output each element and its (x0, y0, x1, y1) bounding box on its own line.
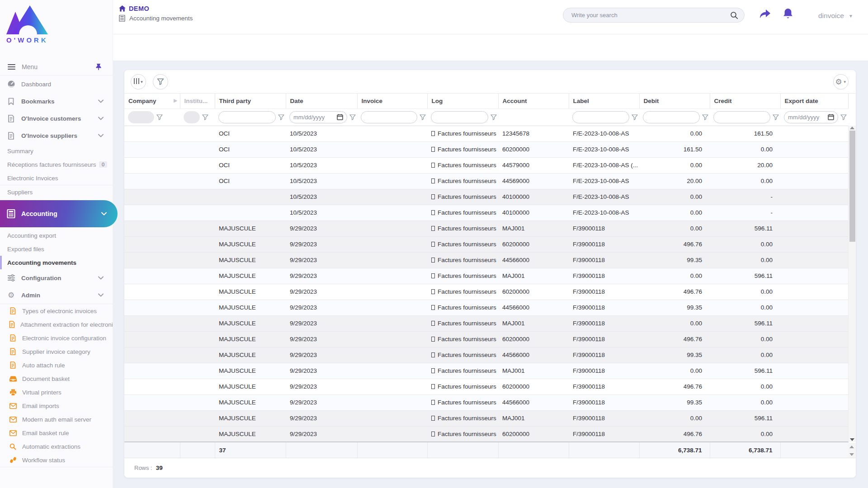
scroll-up-icon[interactable] (849, 446, 854, 448)
table-row[interactable]: MAJUSCULE9/29/2023Factures fournisseursM… (124, 363, 848, 379)
column-header-label[interactable]: Label (569, 94, 639, 108)
column-header-credit[interactable]: Credit (710, 94, 780, 108)
column-header-export_date[interactable]: Export date (780, 94, 848, 108)
calendar-icon[interactable] (828, 114, 834, 120)
filter-input-debit[interactable] (647, 114, 696, 121)
column-header-account[interactable]: Account (498, 94, 569, 108)
sidebar-item-automatic-extractions[interactable]: Automatic extractions (0, 440, 113, 453)
table-row[interactable]: MAJUSCULE9/29/2023Factures fournisseursM… (124, 268, 848, 284)
sidebar-item-workflow-status[interactable]: Workflow status (0, 453, 113, 467)
funnel-icon[interactable] (156, 114, 163, 120)
scroll-up-icon[interactable] (850, 127, 854, 129)
scroll-down-icon[interactable] (850, 438, 854, 441)
sidebar-item-supplier-invoice-category[interactable]: Supplier invoice category (0, 345, 113, 358)
calendar-icon[interactable] (337, 114, 343, 120)
sidebar-item-modern-auth-email-server[interactable]: Modern auth email server (0, 413, 113, 426)
scroll-down-icon[interactable] (849, 453, 854, 456)
pin-icon[interactable] (95, 63, 102, 70)
search-bar[interactable] (563, 8, 745, 23)
filter-input-invoice[interactable] (365, 114, 413, 121)
column-header-company[interactable]: Company▶ (124, 94, 180, 108)
table-row[interactable]: OCI10/5/2023Factures fournisseurs6020000… (124, 141, 848, 157)
column-header-third_party[interactable]: Third party (215, 94, 286, 108)
column-header-institution[interactable]: Institu... (180, 94, 215, 108)
table-row[interactable]: MAJUSCULE9/29/2023Factures fournisseurs6… (124, 236, 848, 252)
column-header-log[interactable]: Log (427, 94, 498, 108)
band-expand-icon[interactable]: ▶ (174, 98, 177, 103)
grid-settings-button[interactable]: ⚙ ▼ (833, 74, 849, 89)
share-icon[interactable] (759, 9, 771, 20)
sidebar-item-electronic-invoice-configuration[interactable]: Electronic invoice configuration (0, 331, 113, 345)
filter-date-export_date[interactable]: mm/dd/yyyy (784, 111, 838, 123)
table-row[interactable]: OCI10/5/2023Factures fournisseurs1234567… (124, 126, 848, 141)
table-row[interactable]: MAJUSCULE9/29/2023Factures fournisseursM… (124, 315, 848, 331)
sidebar-item-attachment-extraction[interactable]: Attachment extraction for electroni (0, 318, 113, 331)
column-header-debit[interactable]: Debit (639, 94, 710, 108)
table-row[interactable]: MAJUSCULE9/29/2023Factures fournisseurs6… (124, 379, 848, 394)
funnel-icon[interactable] (632, 114, 638, 120)
column-chooser-button[interactable]: ▼ (131, 74, 146, 89)
table-row[interactable]: OCI10/5/2023Factures fournisseurs4456900… (124, 173, 848, 189)
table-row[interactable]: MAJUSCULE9/29/2023Factures fournisseurs4… (124, 300, 848, 315)
hamburger-icon[interactable] (8, 63, 15, 71)
sidebar-item-exported-files[interactable]: Exported files (0, 242, 113, 256)
menu-toggle[interactable]: Menu (0, 59, 113, 75)
filter-input-third_party[interactable] (222, 114, 272, 121)
sidebar-item-suppliers[interactable]: Suppliers (0, 185, 113, 199)
scrollbar-thumb[interactable] (849, 131, 855, 242)
funnel-icon[interactable] (278, 114, 284, 120)
sidebar-item-document-basket[interactable]: Document basket (0, 372, 113, 385)
sidebar-item-dashboard[interactable]: Dashboard (0, 75, 113, 93)
sidebar-item-accounting-movements[interactable]: Accounting movements (0, 256, 113, 269)
column-header-invoice[interactable]: Invoice (357, 94, 427, 108)
column-header-date[interactable]: Date (286, 94, 357, 108)
table-row[interactable]: MAJUSCULE9/29/2023Factures fournisseurs6… (124, 426, 848, 442)
total-row-scrollbar[interactable] (848, 443, 856, 458)
table-row[interactable]: MAJUSCULE9/29/2023Factures fournisseurs6… (124, 284, 848, 300)
funnel-icon[interactable] (420, 114, 426, 120)
cell-third_party (215, 189, 286, 205)
sidebar-item-electronic-invoices[interactable]: Electronic Invoices (0, 171, 113, 185)
table-row[interactable]: MAJUSCULE9/29/2023Factures fournisseurs4… (124, 347, 848, 363)
search-input[interactable] (563, 12, 730, 19)
sidebar-item-virtual-printers[interactable]: Virtual printers (0, 385, 113, 399)
cell-label: F/39000118 (569, 236, 639, 252)
filter-input-label[interactable] (576, 114, 625, 121)
vertical-scrollbar[interactable] (848, 126, 856, 442)
bell-icon[interactable] (782, 8, 794, 20)
sidebar-item-receptions-factures-fournisseurs[interactable]: Réceptions factures fournisseurs0 (0, 158, 113, 171)
rows-label: Rows : (134, 465, 152, 471)
sidebar-item-oinvoice-suppliers[interactable]: O'Invoice suppliers (0, 127, 113, 144)
table-row[interactable]: 10/5/2023Factures fournisseurs40100000F/… (124, 205, 848, 221)
table-row[interactable]: MAJUSCULE9/29/2023Factures fournisseursM… (124, 410, 848, 426)
sidebar-item-configuration[interactable]: Configuration (0, 269, 113, 286)
sidebar-item-summary[interactable]: Summary (0, 144, 113, 158)
filter-builder-button[interactable] (153, 74, 168, 89)
user-menu[interactable]: dinvoice ▼ (818, 12, 853, 20)
sidebar-item-accounting[interactable]: Accounting (0, 200, 118, 227)
funnel-icon[interactable] (840, 114, 847, 120)
funnel-icon[interactable] (491, 114, 497, 120)
sidebar-item-auto-attach-rule[interactable]: Auto attach rule (0, 358, 113, 372)
sidebar-item-oinvoice-customers[interactable]: O'Invoice customers (0, 110, 113, 127)
table-row[interactable]: MAJUSCULE9/29/2023Factures fournisseursM… (124, 221, 848, 236)
filter-input-log[interactable] (435, 114, 484, 121)
sidebar-item-email-imports[interactable]: Email imports (0, 399, 113, 413)
sidebar-item-accounting-export[interactable]: Accounting export (0, 229, 113, 242)
table-row[interactable]: OCI10/5/2023Factures fournisseurs4457900… (124, 157, 848, 173)
filter-date-date[interactable]: mm/dd/yyyy (289, 111, 347, 123)
table-row[interactable]: MAJUSCULE9/29/2023Factures fournisseurs6… (124, 331, 848, 347)
sidebar-item-admin[interactable]: ⚙Admin (0, 286, 113, 304)
filter-input-credit[interactable] (717, 114, 766, 121)
funnel-icon[interactable] (202, 114, 208, 120)
funnel-icon[interactable] (773, 114, 779, 120)
table-row[interactable]: MAJUSCULE9/29/2023Factures fournisseurs4… (124, 252, 848, 268)
sidebar-item-types-of-electronic-invoices[interactable]: Types of electronic invoices (0, 304, 113, 318)
table-row[interactable]: MAJUSCULE9/29/2023Factures fournisseurs4… (124, 394, 848, 410)
sidebar-item-bookmarks[interactable]: Bookmarks (0, 93, 113, 110)
search-icon[interactable] (730, 11, 738, 19)
funnel-icon[interactable] (349, 114, 356, 120)
table-row[interactable]: 10/5/2023Factures fournisseurs40100000F/… (124, 189, 848, 205)
funnel-icon[interactable] (702, 114, 708, 120)
sidebar-item-email-basket-rule[interactable]: Email basket rule (0, 426, 113, 440)
